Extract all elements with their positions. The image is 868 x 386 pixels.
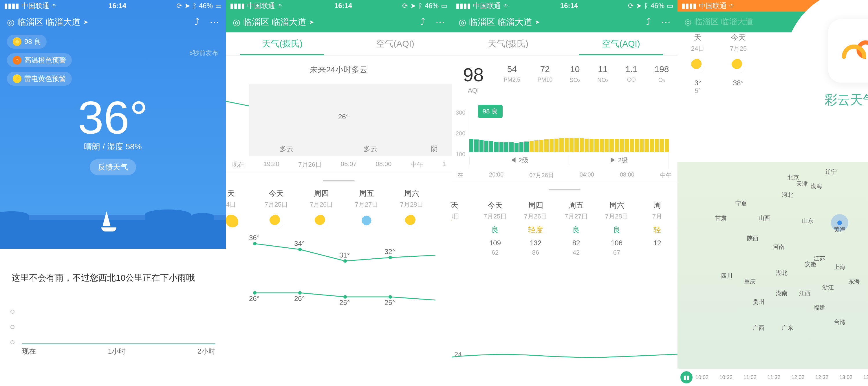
location-selector[interactable]: ◎临淄区 临淄大道➤	[7, 16, 88, 28]
location-selector[interactable]: ◎临淄区 临淄大道➤	[233, 16, 314, 28]
svg-text:24: 24	[455, 351, 462, 358]
aqi-curve: 24	[452, 343, 678, 363]
more-icon[interactable]: ⋯	[435, 17, 445, 28]
svg-point-6	[253, 291, 256, 295]
drag-indicator[interactable]	[549, 189, 581, 190]
signal-icon: ▮▮▮▮	[230, 2, 245, 10]
smiley-icon: ☺	[13, 37, 22, 46]
aqi-metric: 11NO₂	[597, 64, 608, 83]
map-city-label: 陕西	[747, 234, 758, 242]
aqi-metric: 1.1CO	[625, 64, 638, 83]
compass-icon: ⟳	[176, 2, 182, 10]
tab-air[interactable]: 空气(AQI)	[565, 32, 678, 55]
aqi-day-column[interactable]: 周四7月26日轻度13286	[515, 197, 556, 259]
home-icon: ⌂	[13, 56, 22, 65]
aqi-daily[interactable]: 天4日今天7月25日良10962周四7月26日轻度13286周五7月27日良82…	[452, 197, 678, 259]
precip-chart: 现在1小时2小时	[10, 310, 215, 356]
aqi-current-badge: 98 良	[478, 105, 503, 118]
drag-indicator[interactable]	[323, 180, 355, 182]
condition-text: 晴朗 / 湿度 58%	[0, 141, 226, 152]
tab-weather[interactable]: 天气(摄氏)	[452, 32, 565, 55]
map-city-label: 四川	[721, 272, 733, 280]
day-column[interactable]: 今天7月2538°	[718, 32, 758, 95]
app-name: 彩云天气Pro	[825, 91, 868, 108]
play-button[interactable]: ▮▮	[680, 371, 692, 383]
daily-forecast[interactable]: 天4日今天7月25日周四7月26日周五7月27日周六7月28日周7月2	[226, 188, 452, 235]
weather-icon	[690, 59, 705, 73]
day-column[interactable]: 天4日	[226, 188, 254, 235]
aqi-bars[interactable]: 98 良	[469, 112, 669, 152]
aqi-metric: 72PM10	[537, 64, 552, 83]
aqi-day-column[interactable]: 周7月轻12	[637, 197, 678, 259]
aqi-day-column[interactable]: 周五7月27日良8242	[556, 197, 596, 259]
pin-icon: ◎	[7, 17, 14, 27]
svg-point-9	[389, 295, 392, 299]
status-bar: ▮▮▮▮中国联通ᯤ 16:14 ⟳➤ᛒ46%▭	[226, 0, 452, 11]
weather-icon	[226, 215, 238, 229]
weather-icon	[731, 59, 746, 73]
map-city-label: 上海	[834, 263, 845, 271]
map-city-label: 辽宁	[825, 168, 837, 175]
header: ◎临淄区 临淄大道➤ ⤴⋯	[0, 11, 226, 32]
more-icon[interactable]: ⋯	[661, 17, 671, 28]
svg-point-3	[298, 248, 302, 251]
map-city-label: 江西	[799, 289, 811, 297]
radar-map[interactable]: 北京天津渤海河北辽宁山东黄海山西河南江苏上海安徽湖北浙江东海重庆湖南江西贵州福建…	[678, 162, 868, 368]
bolt-icon: ⚡	[13, 74, 22, 83]
svg-point-8	[343, 295, 347, 299]
map-city-label: 河北	[782, 191, 793, 199]
pin-icon: ◎	[233, 17, 240, 27]
rain-tip: 这里不会有雨，不过您西北10公里正在下小雨哦	[0, 272, 226, 284]
map-city-label: 台湾	[834, 318, 845, 326]
share-icon[interactable]: ⤴	[421, 17, 425, 28]
svg-point-4	[343, 259, 347, 263]
status-bar: ▮▮▮▮中国联通ᯤ 16:14 ⟳➤ᛒ46%▭	[0, 0, 226, 11]
weather-icon	[314, 215, 329, 229]
thunder-warning[interactable]: ⚡雷电黄色预警	[7, 72, 72, 86]
tab-air[interactable]: 空气(AQI)	[339, 32, 452, 55]
aqi-day-column[interactable]: 周六7月28日良10667	[596, 197, 637, 259]
day-column[interactable]: 周7月2	[434, 188, 452, 235]
heat-warning[interactable]: ⌂高温橙色预警	[7, 53, 72, 67]
weather-icon	[269, 215, 283, 229]
map-city-label: 黄海	[834, 226, 845, 233]
map-city-label: 河南	[773, 243, 785, 251]
aqi-day-column[interactable]: 今天7月25日良10962	[475, 197, 515, 259]
weather-icon	[450, 215, 452, 229]
map-city-label: 广西	[753, 324, 764, 332]
weather-icon	[404, 215, 419, 229]
aqi-summary: 98AQI 54PM2.572PM1010SO₂11NO₂1.1CO198O₃	[452, 56, 678, 100]
wifi-icon: ᯤ	[277, 2, 284, 10]
current-temp: 36°	[0, 91, 226, 144]
more-icon[interactable]: ⋯	[210, 17, 219, 28]
map-city-label: 安徽	[805, 260, 816, 268]
map-city-label: 广东	[782, 324, 793, 332]
hilo-chart: 36°26°34°26°31°25°32°25°	[226, 235, 452, 310]
day-column[interactable]: 周六7月28日	[389, 188, 434, 235]
daily-strip[interactable]: 天24日3°5°今天7月2538°	[678, 32, 758, 95]
hourly-xaxis: 现在19:207月26日05:0708:00中午1	[226, 156, 452, 173]
day-column[interactable]: 周五7月27日	[344, 188, 389, 235]
svg-point-5	[389, 256, 392, 259]
aqi-metric: 10SO₂	[569, 64, 580, 83]
location-selector[interactable]: ◎临淄区 临淄大道➤	[459, 16, 540, 28]
day-column[interactable]: 周四7月26日	[299, 188, 344, 235]
wind-row: ◀ 2级▶ 2级	[469, 152, 669, 168]
hourly-chart[interactable]: 多云 多云 阴 26°	[226, 84, 452, 156]
tab-weather[interactable]: 天气(摄氏)	[226, 32, 339, 55]
timeline[interactable]: ▮▮ 10:0210:3211:0211:3212:0212:3213:0213…	[678, 368, 868, 386]
map-city-label: 山西	[758, 214, 770, 222]
aqi-day-column[interactable]: 天4日	[452, 197, 475, 259]
battery-icon: ▭	[215, 2, 222, 10]
map-city-label: 湖北	[776, 269, 787, 277]
map-city-label: 宁夏	[735, 200, 747, 207]
app-icon	[828, 19, 868, 83]
day-column[interactable]: 天24日3°5°	[678, 32, 718, 95]
map-city-label: 浙江	[822, 284, 834, 291]
aqi-badge[interactable]: ☺98 良	[7, 35, 46, 49]
share-icon[interactable]: ⤴	[646, 17, 651, 28]
bluetooth-icon: ᛒ	[192, 2, 196, 10]
share-icon[interactable]: ⤴	[194, 17, 199, 28]
feedback-button[interactable]: 反馈天气	[90, 159, 136, 175]
day-column[interactable]: 今天7月25日	[254, 188, 299, 235]
